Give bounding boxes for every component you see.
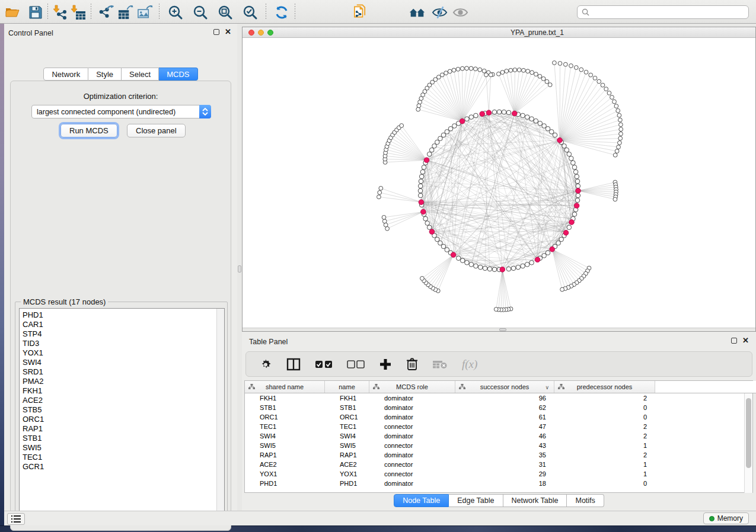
graph-leaf-node[interactable] (604, 87, 608, 91)
graph-node[interactable] (573, 169, 578, 174)
graph-node[interactable] (465, 117, 470, 121)
import-table-icon[interactable] (70, 4, 86, 20)
tab-select[interactable]: Select (122, 68, 159, 81)
graph-leaf-node[interactable] (474, 67, 478, 71)
graph-node[interactable] (492, 110, 497, 114)
graph-leaf-node[interactable] (613, 100, 617, 104)
mcds-result-listbox[interactable]: PHD1CAR1STP4TID3YOX1SWI4SRD1PMA2FKH1ACE2… (19, 308, 225, 517)
graph-leaf-node[interactable] (440, 73, 444, 77)
graph-node[interactable] (576, 193, 580, 198)
close-window-icon[interactable] (248, 30, 254, 36)
graph-node[interactable] (542, 124, 547, 129)
graph-leaf-node[interactable] (607, 91, 611, 95)
graph-node[interactable] (423, 216, 428, 221)
graph-mcds-node[interactable] (576, 188, 581, 194)
graph-leaf-node[interactable] (619, 127, 623, 132)
graph-node[interactable] (418, 188, 423, 193)
table-row[interactable]: ACE2ACE2connector311 (245, 460, 752, 469)
mcds-result-item[interactable]: CAR1 (23, 320, 224, 329)
mcds-result-item[interactable]: PMA2 (23, 377, 224, 386)
graph-node[interactable] (427, 152, 432, 156)
graph-node[interactable] (567, 152, 572, 156)
graph-mcds-node[interactable] (550, 246, 555, 252)
show-eye-icon[interactable] (452, 4, 468, 20)
splitter-handle-icon[interactable] (238, 265, 241, 273)
select-all-icon[interactable] (315, 360, 333, 369)
graph-node[interactable] (474, 113, 479, 118)
mcds-result-item[interactable]: ACE2 (23, 396, 224, 405)
table-row[interactable]: RAP1RAP1dominator352 (245, 450, 752, 460)
export-image-icon[interactable] (137, 4, 153, 20)
table-row[interactable]: SWI4SWI4dominator462 (245, 431, 752, 441)
graph-node[interactable] (465, 261, 470, 265)
table-row[interactable]: FKH1FKH1dominator962 (245, 393, 752, 403)
mcds-result-item[interactable]: RAP1 (23, 424, 224, 434)
save-icon[interactable] (27, 4, 43, 20)
graph-leaf-node[interactable] (538, 74, 542, 78)
graph-mcds-node[interactable] (424, 158, 429, 163)
graph-leaf-node[interactable] (382, 219, 387, 223)
graph-mcds-node[interactable] (480, 111, 485, 117)
graph-leaf-node[interactable] (584, 70, 588, 74)
zoom-in-icon[interactable] (167, 4, 183, 20)
graph-leaf-node[interactable] (601, 83, 605, 87)
graph-leaf-node[interactable] (593, 76, 597, 80)
graph-leaf-node[interactable] (444, 71, 448, 75)
graph-node[interactable] (569, 156, 574, 161)
graph-node[interactable] (575, 174, 579, 179)
show-columns-icon[interactable] (286, 358, 301, 371)
graph-leaf-node[interactable] (400, 124, 404, 128)
close-panel-button[interactable]: Close panel (127, 124, 186, 137)
network-canvas[interactable] (243, 38, 755, 328)
graph-node[interactable] (506, 110, 511, 115)
graph-node[interactable] (564, 148, 569, 152)
graph-node[interactable] (572, 212, 577, 217)
graph-node[interactable] (429, 148, 434, 152)
tab-edge-table[interactable]: Edge Table (449, 494, 503, 507)
table-settings-icon[interactable] (259, 358, 272, 371)
graph-mcds-node[interactable] (451, 252, 456, 258)
graph-leaf-node[interactable] (456, 67, 460, 71)
graph-mcds-node[interactable] (512, 111, 518, 116)
table-row[interactable]: TEC1TEC1connector472 (245, 422, 752, 431)
zoom-selected-icon[interactable] (242, 4, 258, 20)
graph-leaf-node[interactable] (558, 62, 562, 66)
graph-mcds-node[interactable] (557, 137, 563, 143)
graph-node[interactable] (452, 124, 457, 129)
graph-node[interactable] (445, 130, 449, 134)
close-panel-icon[interactable]: ✕ (225, 29, 231, 35)
graph-node[interactable] (529, 117, 534, 121)
graph-node[interactable] (435, 237, 440, 242)
table-row[interactable]: ORC1ORC1dominator610 (245, 412, 752, 422)
graph-leaf-node[interactable] (469, 66, 473, 70)
graph-leaf-node[interactable] (597, 79, 601, 84)
graph-mcds-node[interactable] (500, 267, 505, 273)
graph-node[interactable] (469, 115, 474, 120)
graph-leaf-node[interactable] (382, 216, 386, 220)
hide-eye-icon[interactable] (432, 4, 448, 20)
graph-node[interactable] (445, 248, 449, 252)
graph-mcds-node[interactable] (486, 110, 492, 116)
minimize-window-icon[interactable] (258, 30, 264, 36)
graph-node[interactable] (448, 127, 453, 132)
memory-button[interactable]: Memory (703, 512, 749, 524)
graph-node[interactable] (567, 225, 572, 230)
graph-node[interactable] (460, 258, 465, 263)
graph-mcds-node[interactable] (563, 230, 569, 236)
graph-leaf-node[interactable] (617, 145, 621, 149)
tab-network[interactable]: Network (43, 68, 88, 81)
graph-node[interactable] (546, 251, 550, 255)
graph-node[interactable] (556, 241, 561, 245)
mcds-result-item[interactable]: YOX1 (23, 348, 224, 358)
float-panel-icon[interactable] (213, 29, 219, 35)
column-header-shared-name[interactable]: shared name (245, 381, 325, 393)
close-panel-icon[interactable]: ✕ (742, 338, 749, 344)
table-row[interactable]: YOX1YOX1connector291 (245, 469, 752, 479)
search-input[interactable] (592, 8, 748, 17)
graph-node[interactable] (435, 140, 440, 145)
list-scrollbar[interactable] (216, 309, 224, 516)
graph-leaf-node[interactable] (526, 69, 530, 73)
deselect-all-icon[interactable] (347, 360, 365, 369)
float-panel-icon[interactable] (731, 338, 737, 344)
graph-mcds-node[interactable] (419, 200, 424, 205)
